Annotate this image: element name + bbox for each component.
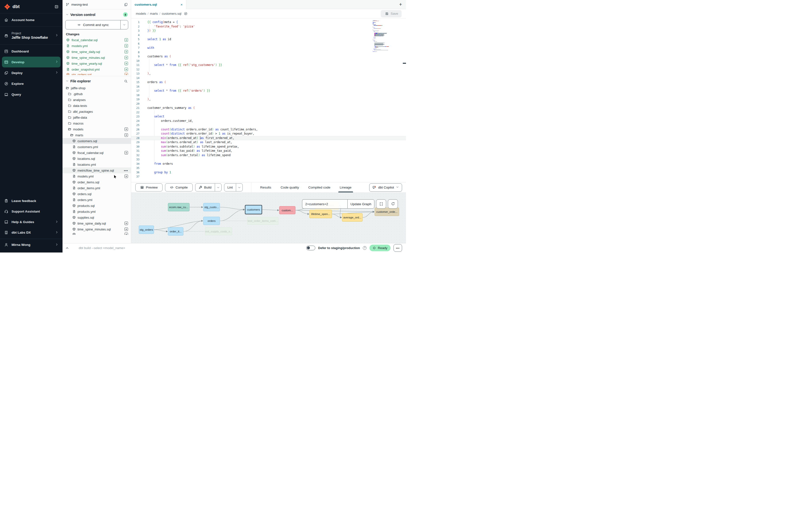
commit-options-chevron[interactable] xyxy=(120,20,128,29)
file-explorer-header[interactable]: File explorer xyxy=(62,76,131,85)
close-tab-icon[interactable]: × xyxy=(180,2,183,7)
tree-item-macros[interactable]: macros xyxy=(62,120,131,126)
lineage-node-orders[interactable]: orders xyxy=(203,217,220,225)
tree-item-dbt_packages[interactable]: dbt_packages xyxy=(62,109,131,115)
change-item[interactable]: stg_orders.sql xyxy=(62,72,131,75)
sidebar-item-query[interactable]: Query xyxy=(2,89,60,100)
save-button[interactable]: Save xyxy=(381,10,401,17)
lint-options-chevron[interactable] xyxy=(236,184,242,191)
change-item[interactable]: fiscal_calendar.sql+ xyxy=(62,37,131,43)
change-item[interactable]: time_spine_yearly.sql+ xyxy=(62,60,131,66)
defer-toggle[interactable] xyxy=(306,245,315,250)
stage-plus-icon[interactable]: + xyxy=(125,50,128,53)
stage-plus-icon[interactable]: + xyxy=(125,175,128,178)
lineage-node-customer_orders_export[interactable]: customer_orde... xyxy=(375,208,399,216)
sidebar-item-deploy[interactable]: Deploy xyxy=(2,67,60,78)
tab-customers-sql[interactable]: customers.sql × xyxy=(131,0,186,9)
lint-button[interactable]: Lint xyxy=(224,184,236,191)
tree-item-marts[interactable]: marts xyxy=(62,132,131,138)
compile-button[interactable]: Compile xyxy=(165,183,193,191)
fullscreen-button[interactable] xyxy=(376,199,386,209)
change-item[interactable]: order_snapshot.yml+ xyxy=(62,66,131,72)
sidebar-item-help-guides[interactable]: Help & Guides xyxy=(2,217,60,227)
tree-item-fiscal_calendar.sql[interactable]: fiscal_calendar.sql+ xyxy=(62,150,131,156)
stage-plus-icon[interactable]: + xyxy=(125,62,128,65)
tab-code-quality[interactable]: Code quality xyxy=(281,182,299,192)
tree-item-analyses[interactable]: analyses xyxy=(62,97,131,103)
more-options-button[interactable]: ••• xyxy=(393,244,402,252)
lineage-node-customers[interactable]: customers xyxy=(245,205,262,214)
sidebar-item-dashboard[interactable]: Dashboard xyxy=(2,46,60,57)
lineage-node-test_supply[interactable]: test_supply_costs_s... xyxy=(205,227,232,235)
lineage-node-average[interactable]: average_ord... xyxy=(342,213,363,222)
tree-item-orders.sql[interactable]: orders.sql xyxy=(62,191,131,197)
stage-plus-icon[interactable]: + xyxy=(125,151,128,154)
tab-results[interactable]: Results xyxy=(260,182,271,192)
sidebar-item-project[interactable]: ProjectJaffle Shop Snowflake xyxy=(0,27,62,45)
compass-icon[interactable] xyxy=(184,12,188,15)
refresh-button[interactable] xyxy=(388,199,398,209)
tree-item-order_items.yml[interactable]: order_items.yml xyxy=(62,185,131,191)
tree-item-metricflow_time_spine.sql[interactable]: metricflow_time_spine.sql••• xyxy=(62,167,131,173)
lineage-node-ecom[interactable]: ecom.raw_cu... xyxy=(168,203,189,211)
tab-compiled-code[interactable]: Compiled code xyxy=(308,182,330,192)
tree-item-locations.sql[interactable]: locations.sql xyxy=(62,156,131,162)
tree-item-locations.yml[interactable]: locations.yml xyxy=(62,162,131,167)
stage-plus-icon[interactable]: + xyxy=(125,227,128,231)
new-tab-button[interactable]: + xyxy=(395,0,406,9)
command-input[interactable]: dbt build --select <model_name> xyxy=(72,246,303,250)
lineage-node-order_items[interactable]: order_it... xyxy=(168,227,183,235)
tree-item-jaffle-shop[interactable]: jaffle-shop xyxy=(62,85,131,91)
chevron-up-icon[interactable] xyxy=(65,246,69,250)
tree-item-customers.yml[interactable]: customers.yml xyxy=(62,144,131,150)
lineage-node-customer_x[interactable]: custom... xyxy=(279,206,295,214)
breadcrumb-file[interactable]: customers.sql xyxy=(162,12,181,15)
sidebar-item-account-home[interactable]: Account home xyxy=(0,13,62,27)
dbt-copilot-button[interactable]: dbt Copilot xyxy=(369,183,402,192)
sidebar-item-develop[interactable]: Develop xyxy=(2,57,60,67)
scrollbar-thumb[interactable] xyxy=(403,63,406,64)
stage-plus-icon[interactable]: + xyxy=(125,222,128,225)
stage-plus-icon[interactable]: + xyxy=(125,44,128,47)
minimap[interactable] xyxy=(373,20,393,52)
sidebar-item-explore[interactable]: Explore xyxy=(2,78,60,89)
tab-lineage[interactable]: Lineage xyxy=(340,182,352,192)
change-item[interactable]: time_spine_minutes.sql+ xyxy=(62,55,131,60)
lineage-node-lifetime[interactable]: lifetime_spen... xyxy=(309,210,332,218)
branch-row[interactable]: mwong-test xyxy=(62,0,131,9)
tree-item-supplies.sql[interactable]: supplies.sql xyxy=(62,214,131,220)
commit-and-sync-button[interactable]: Commit and sync xyxy=(65,20,128,29)
tree-item-order_items.sql[interactable]: order_items.sql xyxy=(62,179,131,185)
stage-plus-icon[interactable]: + xyxy=(125,68,128,71)
sidebar-item-dbt-labs-dx[interactable]: dbt Labs DX xyxy=(2,227,60,238)
stage-plus-icon[interactable]: + xyxy=(125,233,128,235)
copy-icon[interactable] xyxy=(124,3,128,6)
tree-item-products.sql[interactable]: products.sql xyxy=(62,203,131,209)
tree-item-models.yml[interactable]: models.yml+ xyxy=(62,173,131,179)
tree-item-data-tests[interactable]: data-tests xyxy=(62,103,131,109)
item-menu-icon[interactable]: ••• xyxy=(124,169,128,172)
modified-dot-icon[interactable] xyxy=(125,73,128,75)
change-item[interactable]: time_spine_daily.sql+ xyxy=(62,49,131,55)
sidebar-item-user[interactable]: Mirna Wong xyxy=(2,239,60,250)
tree-item-customers.sql[interactable]: customers.sql xyxy=(62,138,131,144)
lineage-node-test_order_items[interactable]: test_order_items_com... xyxy=(247,217,279,225)
sidebar-item-leave-feedback[interactable]: Leave feedback xyxy=(2,196,60,206)
stage-plus-icon[interactable]: + xyxy=(125,56,128,59)
help-icon[interactable]: ? xyxy=(363,246,366,250)
tree-item-time_spine_minutes.sql[interactable]: time_spine_minutes.sql+ xyxy=(62,226,131,232)
tree-item-jaffle-data[interactable]: jaffle-data xyxy=(62,115,131,120)
lineage-node-stg_customers[interactable]: stg_custo... xyxy=(203,203,220,211)
change-item[interactable]: models.yml+ xyxy=(62,43,131,49)
lineage-canvas[interactable]: ecom.raw_cu...stg_custo...customerscusto… xyxy=(131,192,406,243)
lineage-node-stg_orders[interactable]: stg_orders xyxy=(139,225,154,234)
tree-item-orders.yml[interactable]: orders.yml xyxy=(62,197,131,203)
modified-dot-icon[interactable] xyxy=(125,128,128,131)
tree-item-.github[interactable]: .github xyxy=(62,91,131,97)
tree-item-time_spine_daily.sql[interactable]: time_spine_daily.sql+ xyxy=(62,220,131,226)
version-control-header[interactable]: Version control 8 xyxy=(62,9,131,18)
lineage-selector-input[interactable]: 2+customers+2 xyxy=(302,199,347,209)
modified-dot-icon[interactable] xyxy=(125,133,128,137)
code-editor[interactable]: 1{{ config(meta = {2 'favorite_food': 'p… xyxy=(131,18,406,182)
tree-item-models[interactable]: models xyxy=(62,126,131,132)
